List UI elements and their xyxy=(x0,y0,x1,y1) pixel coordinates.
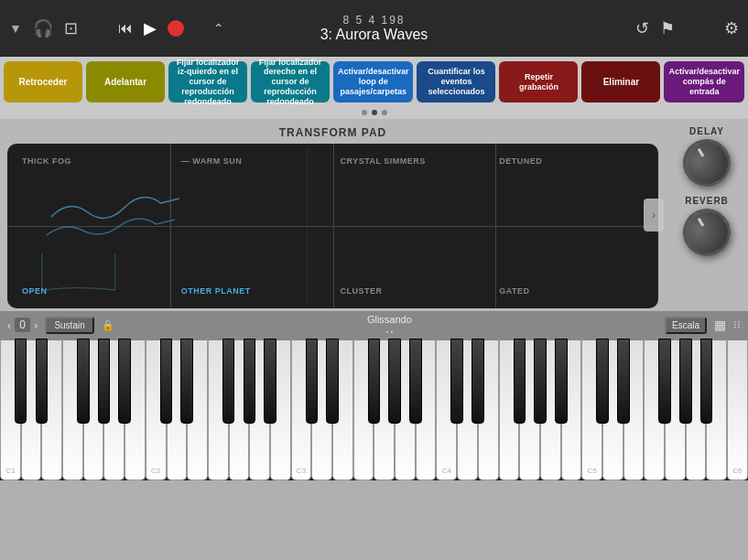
pad-label-detuned: DETUNED xyxy=(499,156,542,166)
rewind-button[interactable]: ⏮ xyxy=(118,20,133,37)
glissando-dots: • • xyxy=(385,328,393,336)
black-key[interactable] xyxy=(77,339,90,424)
sustain-button[interactable]: Sustain xyxy=(45,317,93,334)
localizador-izquierdo-button[interactable]: Fijar localizador iz-quierdo en el curso… xyxy=(168,61,247,102)
loop-icon[interactable]: ↺ xyxy=(635,18,649,38)
black-key[interactable] xyxy=(180,339,193,424)
pad-warm-sun[interactable]: — WARM SUN xyxy=(174,151,333,226)
track-name: 3: Aurora Waves xyxy=(320,27,428,43)
black-key[interactable] xyxy=(555,339,568,424)
right-controls: DELAY REVERB xyxy=(666,126,748,311)
black-key[interactable] xyxy=(596,339,609,424)
black-key[interactable] xyxy=(326,339,339,424)
dropdown-icon[interactable]: ▼ xyxy=(9,21,22,36)
black-key[interactable] xyxy=(118,339,131,424)
keyboard-right-controls: Escala ▦ ⁝⁝ xyxy=(665,317,741,334)
transform-pad-grid[interactable]: THICK FOG — WARM SUN CRYSTAL SIMMERS DET… xyxy=(7,144,658,308)
lock-icon[interactable]: 🔒 xyxy=(102,319,114,331)
black-key[interactable] xyxy=(222,339,235,424)
black-key[interactable] xyxy=(15,339,27,424)
black-key[interactable] xyxy=(658,339,671,424)
black-key[interactable] xyxy=(388,339,401,424)
black-key[interactable] xyxy=(244,339,256,424)
settings-icon[interactable]: ⚙ xyxy=(724,18,739,38)
dot-3[interactable] xyxy=(382,110,387,115)
reverb-section: REVERB xyxy=(683,196,731,256)
transform-pad-title: TRANSFORM PAD xyxy=(7,126,658,139)
toolbar-row: Retroceder Adelantar Fijar localizador i… xyxy=(0,57,748,107)
black-key[interactable] xyxy=(306,339,319,424)
black-key[interactable] xyxy=(450,339,463,424)
adelantar-button[interactable]: Adelantar xyxy=(86,61,165,102)
octave-label: C4 xyxy=(442,467,451,475)
play-button[interactable]: ▶ xyxy=(144,18,157,38)
top-bar: ▼ 🎧 ⊡ ⏮ ▶ ⌃ 8 5 4 198 3: Aurora Waves ↺ … xyxy=(0,0,748,57)
octave-number: 0 xyxy=(15,318,30,332)
caret-up-icon[interactable]: ⌃ xyxy=(213,21,224,36)
escala-button[interactable]: Escala xyxy=(665,317,707,334)
delay-knob[interactable] xyxy=(674,130,739,195)
black-key[interactable] xyxy=(160,339,173,424)
pad-crystal-simmers[interactable]: CRYSTAL SIMMERS xyxy=(333,151,493,226)
delay-section: DELAY xyxy=(683,126,731,187)
piano-keys-container: C1C2C3C4C5C6 xyxy=(0,339,748,480)
next-panel-button[interactable]: › xyxy=(644,199,664,232)
black-key[interactable] xyxy=(617,339,630,424)
glissando-label: Glissando • • xyxy=(122,314,657,336)
options-icon[interactable]: ⁝⁝ xyxy=(733,318,741,331)
pad-label-crystal-simmers: CRYSTAL SIMMERS xyxy=(341,156,426,166)
pad-label-open: OPEN xyxy=(22,286,48,296)
pad-open[interactable]: OPEN xyxy=(15,226,174,301)
top-bar-center: 8 5 4 198 3: Aurora Waves xyxy=(320,14,428,43)
loop-toggle-button[interactable]: Activar/desactivar loop de pasajes/carpe… xyxy=(333,61,414,102)
glissando-text: Glissando xyxy=(367,314,412,325)
dot-1[interactable] xyxy=(362,110,367,115)
black-key[interactable] xyxy=(472,339,484,424)
black-key[interactable] xyxy=(514,339,526,424)
black-key[interactable] xyxy=(679,339,692,424)
dot-2[interactable] xyxy=(372,110,377,115)
delay-label: DELAY xyxy=(689,126,724,136)
pad-gated[interactable]: GATED xyxy=(492,226,651,301)
octave-label: C3 xyxy=(297,467,306,475)
pad-label-cluster: CLUSTER xyxy=(341,286,383,296)
black-key[interactable] xyxy=(534,339,547,424)
repetir-grabacion-button[interactable]: Repetir grabación xyxy=(499,61,578,102)
compas-entrada-button[interactable]: Activar/desactivar compás de entrada xyxy=(664,61,744,102)
black-key[interactable] xyxy=(368,339,381,424)
black-key[interactable] xyxy=(36,339,49,424)
octave-label: C2 xyxy=(151,467,160,475)
reverb-label: REVERB xyxy=(685,196,729,206)
octave-label: C1 xyxy=(5,467,15,475)
retroceder-button[interactable]: Retroceder xyxy=(4,61,82,102)
black-key[interactable] xyxy=(409,339,422,424)
square-icon[interactable]: ⊡ xyxy=(64,18,78,38)
transport-numbers: 8 5 4 198 xyxy=(320,14,428,27)
pad-cluster[interactable]: CLUSTER xyxy=(333,226,493,301)
flag-icon[interactable]: ⚑ xyxy=(660,18,675,38)
headphones-icon[interactable]: 🎧 xyxy=(33,18,53,38)
pad-thick-fog[interactable]: THICK FOG xyxy=(15,151,174,226)
reverb-knob[interactable] xyxy=(674,199,739,264)
black-key[interactable] xyxy=(98,339,111,424)
keyboard-controls-bar: ‹ 0 › Sustain 🔒 Glissando • • Escala ▦ ⁝… xyxy=(0,311,748,339)
black-key[interactable] xyxy=(264,339,276,424)
pad-label-thick-fog: THICK FOG xyxy=(22,156,71,166)
octave-up-button[interactable]: › xyxy=(34,318,38,332)
octave-label: C6 xyxy=(732,467,742,475)
pad-detuned[interactable]: DETUNED xyxy=(492,151,651,226)
octave-down-button[interactable]: ‹ xyxy=(7,318,11,332)
piano-keyboard[interactable]: C1C2C3C4C5C6 xyxy=(0,339,748,480)
grid-icon[interactable]: ▦ xyxy=(714,318,726,332)
record-button[interactable] xyxy=(168,20,184,37)
localizador-derecho-button[interactable]: Fijar localizador derecho en el cursor d… xyxy=(251,61,330,102)
pad-other-planet[interactable]: OTHER PLANET xyxy=(174,226,333,301)
transform-pad-section: TRANSFORM PAD THICK FOG xyxy=(0,126,666,311)
cuantificar-button[interactable]: Cuantificar los eventos seleccionados xyxy=(417,61,495,102)
white-key[interactable]: C6 xyxy=(727,339,748,480)
black-key[interactable] xyxy=(700,339,713,424)
top-bar-right: ↺ ⚑ ⚙ xyxy=(635,18,739,38)
pad-label-other-planet: OTHER PLANET xyxy=(181,286,251,296)
eliminar-button[interactable]: Eliminar xyxy=(581,61,660,102)
octave-controls: ‹ 0 › xyxy=(7,318,38,332)
